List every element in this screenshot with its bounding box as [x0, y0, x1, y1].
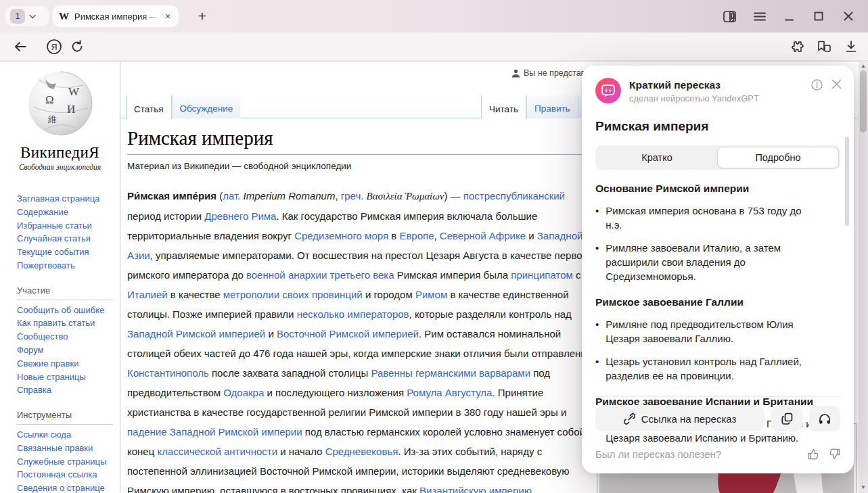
wiki-link[interactable]: Древнего Рима — [204, 210, 276, 222]
wiki-link[interactable]: Константинополь — [127, 367, 209, 379]
sidebar-item-page-info[interactable]: Сведения о странице — [17, 482, 118, 493]
browser-tab[interactable]: W Римская империя — В × — [53, 5, 179, 27]
sidebar-item-donate[interactable]: Пожертвовать — [17, 259, 118, 273]
wiki-link[interactable]: греч. — [341, 190, 364, 202]
wiki-link[interactable]: германскими варварами — [415, 367, 530, 379]
wiki-link[interactable]: постреспубликанский — [463, 190, 565, 202]
sidebar-item-new-pages[interactable]: Новые страницы — [17, 371, 118, 384]
sidebar-item-main-page[interactable]: Заглавная страница — [17, 192, 118, 206]
wiki-link[interactable]: Одоакра — [223, 387, 264, 398]
scrollbar-thumb[interactable] — [860, 70, 867, 133]
scroll-up-arrow[interactable]: ▲ — [859, 63, 868, 69]
puzzle-icon — [790, 40, 804, 53]
collections-button[interactable] — [812, 32, 836, 61]
chevron-down-icon — [29, 14, 36, 19]
logo-glyph: 維 — [47, 114, 57, 124]
summary-link-label: Ссылка на пересказ — [641, 413, 737, 425]
maximize-icon — [814, 11, 823, 21]
wikipedia-logo[interactable]: W Ω И 維 ВикипедиЯ Свободная энциклопедия — [0, 70, 120, 171]
wiki-sidebar-nav: Заглавная страница Содержание Избранные … — [17, 192, 118, 493]
menu-button[interactable] — [748, 0, 771, 32]
wiki-link[interactable]: Западной Римской империей — [127, 328, 265, 339]
minimize-button[interactable] — [777, 0, 800, 32]
wiki-link[interactable]: метрополии своих провинций — [223, 289, 363, 300]
close-panel-button[interactable] — [831, 79, 842, 89]
summary-panel-header: Краткий пересказ сделан нейросетью Yande… — [595, 78, 840, 103]
sidebar-item-special-pages[interactable]: Служебные страницы — [17, 455, 118, 469]
tab-article[interactable]: Статья — [126, 95, 172, 119]
thumbs-down-button[interactable] — [829, 448, 840, 460]
text-run: и городом — [363, 289, 415, 300]
sidebar-item-current-events[interactable]: Текущие события — [17, 245, 118, 259]
maximize-button[interactable] — [807, 0, 830, 32]
tab-discussion[interactable]: Обсуждение — [172, 95, 241, 118]
thumbs-up-button[interactable] — [808, 448, 819, 460]
wiki-link[interactable]: принципатом — [511, 269, 573, 281]
summary-link-button[interactable]: Ссылка на пересказ — [595, 406, 764, 431]
sidebar-item-featured[interactable]: Избранные статьи — [17, 219, 118, 233]
tab-edit[interactable]: Править — [526, 95, 578, 118]
summary-mode-switcher: Кратко Подробно — [595, 145, 840, 170]
sidebar-item-related-changes[interactable]: Связанные правки — [17, 442, 118, 455]
sidebar-item-what-links-here[interactable]: Ссылки сюда — [17, 428, 118, 442]
tab-group-button[interactable]: 1 — [5, 6, 49, 26]
text-run: . — [532, 485, 534, 493]
tab-brief[interactable]: Кратко — [597, 147, 717, 168]
text-run: и — [526, 230, 537, 241]
bullet-text: Цезарь установил контроль над Галлией, р… — [606, 354, 819, 383]
link-icon — [624, 413, 635, 425]
copy-summary-button[interactable] — [771, 406, 802, 431]
browser-window: 1 W Римская империя — В × + — [0, 0, 868, 493]
wiki-link[interactable]: классической античности — [157, 446, 277, 457]
browser-toolbar: Я ru.wikipedia.org Римская империя — Вик… — [0, 32, 868, 61]
sidebar-item-report-error[interactable]: Сообщить об ошибке — [17, 304, 118, 317]
wiki-link[interactable]: лат. — [223, 190, 240, 202]
sidebar-item-random[interactable]: Случайная статья — [17, 232, 118, 245]
wiki-link[interactable]: Равенны — [371, 367, 412, 379]
tab-close-icon[interactable]: × — [165, 11, 170, 21]
wiki-link[interactable]: Северной Африке — [440, 230, 526, 241]
wiki-link[interactable]: Ромула Августула — [407, 387, 492, 398]
wiki-link[interactable]: военной анархии третьего века — [246, 269, 394, 281]
yandex-home-button[interactable]: Я — [42, 32, 66, 61]
sidebar-section-tools: Инструменты — [17, 408, 113, 425]
scroll-down-arrow[interactable]: ▼ — [859, 484, 868, 490]
info-button[interactable] — [811, 79, 823, 91]
sidebar-toggle-button[interactable] — [718, 0, 741, 32]
wikipedia-tagline: Свободная энциклопедия — [0, 163, 120, 171]
wiki-link[interactable]: Восточной Римской империей — [277, 328, 419, 339]
wiki-link[interactable]: Средиземного моря — [294, 230, 388, 241]
wikipedia-globe-icon: W Ω И 維 — [25, 70, 95, 137]
tab-detailed[interactable]: Подробно — [717, 147, 839, 168]
hamburger-icon — [754, 12, 766, 21]
text-run: Ри́мская импе́рия — [127, 190, 216, 202]
sidebar-item-forum[interactable]: Форум — [17, 344, 118, 357]
listen-summary-button[interactable] — [809, 406, 840, 431]
extensions-button[interactable] — [785, 32, 809, 61]
sidebar-item-contents[interactable]: Содержание — [17, 206, 118, 219]
page-scrollbar[interactable]: ▲ ▼ — [859, 61, 868, 493]
sidebar-item-permanent-link[interactable]: Постоянная ссылка — [17, 468, 118, 482]
back-button[interactable] — [8, 32, 32, 61]
sidebar-item-recent-changes[interactable]: Свежие правки — [17, 357, 118, 371]
wiki-link[interactable]: Италией — [127, 289, 168, 300]
wikipedia-wordmark: ВикипедиЯ — [0, 144, 120, 162]
new-tab-button[interactable]: + — [191, 5, 213, 27]
collections-icon — [817, 41, 831, 53]
wiki-link[interactable]: Византийскую империю — [419, 485, 532, 493]
sidebar-item-help[interactable]: Справка — [17, 383, 118, 397]
wiki-link[interactable]: падение Западной Римской империи — [127, 426, 302, 438]
sidebar-item-how-to-edit[interactable]: Как править статьи — [17, 316, 118, 330]
close-icon — [844, 11, 853, 21]
close-window-button[interactable] — [837, 0, 860, 32]
bullet-text: Римляне под предводительством Юлия Цезар… — [606, 317, 819, 346]
wiki-link[interactable]: несколько императоров — [297, 308, 409, 320]
reload-button[interactable] — [65, 32, 89, 61]
sidebar-item-community[interactable]: Сообщество — [17, 330, 118, 344]
wiki-link[interactable]: Средневековья — [325, 446, 398, 457]
panel-scrollbar-thumb[interactable] — [845, 137, 849, 226]
tab-read[interactable]: Читать — [481, 95, 526, 119]
wiki-link[interactable]: Европе — [399, 230, 434, 241]
wiki-link[interactable]: Римом — [415, 289, 447, 300]
downloads-button[interactable] — [839, 32, 863, 61]
